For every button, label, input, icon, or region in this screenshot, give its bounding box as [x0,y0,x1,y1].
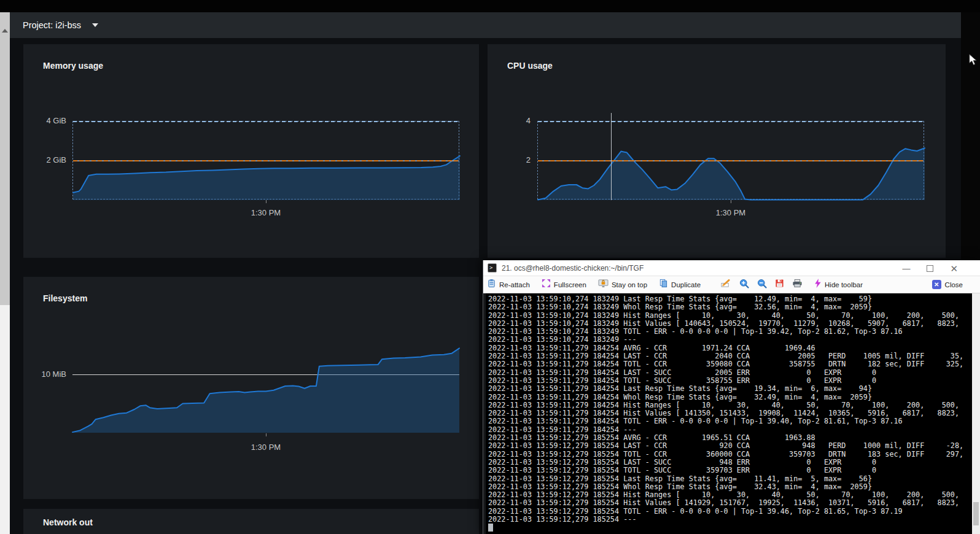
mouse-cursor-icon [969,54,978,68]
zoom-out-button[interactable] [757,279,767,291]
filesystem-series-area [72,348,459,433]
printer-icon [792,279,803,290]
cpu-ytick-4: 4 [488,116,531,125]
edit-pencil-icon [721,279,731,290]
reattach-icon [487,279,496,290]
cpu-series-area [538,148,925,200]
fullscreen-label: Fullscreen [554,281,586,288]
window-controls: — ✕ [902,260,958,276]
page-scrollbar[interactable] [0,12,10,534]
duplicate-button[interactable]: Duplicate [659,279,701,290]
filesystem-xtick-mark [266,433,266,436]
project-selector[interactable]: Project: i2i-bss [23,20,98,30]
toolbar-close-label: Close [945,281,963,288]
hide-toolbar-label: Hide toolbar [825,281,863,288]
zoom-in-button[interactable] [739,279,749,291]
cpu-request-line [538,160,924,161]
project-selector-label: Project: i2i-bss [23,20,81,30]
terminal-toolbar: Re-attach Fullscreen Stay on top Duplica… [483,276,980,293]
chevron-down-icon [92,23,98,27]
save-button[interactable] [775,279,784,290]
terminal-titlebar[interactable]: > 21. ocs@rhel8-domestic-chicken:~/bin/T… [483,260,980,276]
cpu-plot-area [537,121,924,199]
cpu-ytick-2: 2 [488,155,531,164]
lightning-bolt-icon [814,279,822,290]
memory-request-line [73,160,459,161]
terminal-app-icon: > [488,263,497,273]
memory-ytick-4gib: 4 GiB [23,116,66,125]
memory-series-area [73,156,460,200]
cpu-hover-ruler [611,113,612,200]
terminal-scrollbar-thumb[interactable] [973,502,979,525]
cpu-xtick-label: 1:30 PM [703,208,758,217]
terminal-window-title: 21. ocs@rhel8-domestic-chicken:~/bin/TGF [502,264,644,273]
toolbar-close-button[interactable]: ✕ Close [932,280,963,289]
terminal-output: 2022-11-03 13:59:10,274 183249 Last Resp… [488,295,972,524]
filesystem-card: Filesystem 10 MiB 1:30 PM [23,277,479,499]
terminal-window: > 21. ocs@rhel8-domestic-chicken:~/bin/T… [483,260,980,534]
zoom-out-icon [757,279,767,291]
fullscreen-button[interactable]: Fullscreen [542,279,586,290]
memory-ytick-2gib: 2 GiB [23,155,66,164]
save-floppy-icon [775,279,784,290]
memory-usage-card: Memory usage 4 GiB 2 GiB 1:30 PM [23,44,479,258]
stay-on-top-icon [598,279,609,290]
stay-on-top-button[interactable]: Stay on top [598,279,647,290]
reattach-label: Re-attach [499,281,530,288]
reattach-button[interactable]: Re-attach [487,279,530,290]
terminal-scrollbar[interactable] [972,293,980,534]
edit-button[interactable] [721,279,731,290]
close-window-button[interactable]: ✕ [950,265,958,273]
desktop-top-strip [0,0,980,12]
cpu-usage-card: CPU usage 4 2 1:30 PM [488,44,946,258]
print-button[interactable] [792,279,803,290]
cpu-usage-title: CPU usage [507,61,553,71]
duplicate-icon [659,279,668,290]
fullscreen-icon [542,279,551,290]
network-out-card: Network out [23,509,479,534]
memory-plot-area [72,121,459,199]
terminal-cursor [488,524,493,532]
page-scrollbar-thumb[interactable] [0,12,10,305]
screen: Project: i2i-bss Memory usage 4 GiB 2 Gi… [0,0,980,534]
dashboard-topbar: Project: i2i-bss [10,12,961,38]
terminal-body: 2022-11-03 13:59:10,274 183249 Last Resp… [483,293,980,534]
cpu-xtick-mark [731,200,731,203]
cpu-limit-line [538,121,924,122]
stay-on-top-label: Stay on top [612,281,647,288]
filesystem-plot-area [72,344,459,433]
zoom-in-icon [739,279,749,291]
hide-toolbar-button[interactable]: Hide toolbar [814,279,863,290]
minimize-button[interactable]: — [902,265,910,273]
duplicate-label: Duplicate [671,281,701,288]
memory-usage-title: Memory usage [43,61,103,71]
memory-xtick-mark [266,200,266,203]
filesystem-ytick-10mib: 10 MiB [23,370,66,379]
close-x-icon: ✕ [932,280,941,289]
filesystem-chart [72,344,459,433]
memory-xtick-label: 1:30 PM [238,208,294,217]
scroll-up-icon[interactable] [2,29,8,33]
maximize-button[interactable] [927,265,933,272]
memory-limit-line [73,121,459,122]
network-out-title: Network out [43,517,93,527]
filesystem-xtick-label: 1:30 PM [238,443,294,452]
filesystem-title: Filesystem [43,293,87,303]
